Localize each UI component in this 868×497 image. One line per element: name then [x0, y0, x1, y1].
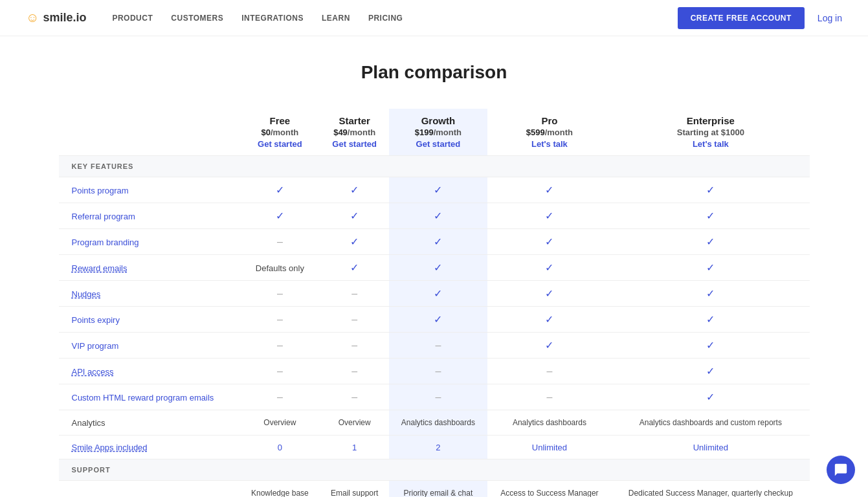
plan-cta[interactable]: Get started: [332, 139, 377, 149]
nav-learn[interactable]: LEARN: [322, 14, 350, 23]
feature-name: Custom HTML reward program emails: [72, 393, 214, 403]
checkmark: ✓: [434, 236, 442, 247]
value-cell: ✓: [612, 281, 809, 307]
plan-name: Starter: [328, 115, 381, 126]
logo-text: smile.io: [43, 11, 86, 25]
plan-name: Growth: [397, 115, 480, 126]
feature-cell: Program branding: [59, 229, 240, 255]
feature-name: Referral program: [72, 212, 135, 221]
section-label: KEY FEATURES: [59, 156, 810, 177]
cell-value: Overview: [263, 418, 296, 427]
login-link[interactable]: Log in: [818, 13, 842, 23]
feature-cell: Referral program: [59, 203, 240, 229]
nav-pricing[interactable]: PRICING: [368, 14, 403, 23]
feature-name: VIP program: [72, 341, 119, 351]
chat-bubble[interactable]: [827, 456, 855, 484]
dash: –: [277, 392, 283, 403]
value-cell: ✓: [389, 281, 487, 307]
plan-header-row: Free $0/month Get started Starter $49/mo…: [59, 109, 810, 156]
plan-cta[interactable]: Get started: [258, 139, 302, 149]
table-row: Points program✓✓✓✓✓: [59, 177, 810, 203]
value-cell: Email support: [320, 480, 389, 497]
cell-value: Unlimited: [693, 443, 728, 452]
value-cell: 2: [389, 435, 487, 459]
nav-product[interactable]: PRODUCT: [112, 14, 153, 23]
value-cell: –: [240, 307, 320, 333]
value-cell: Access to Success Manager: [487, 480, 612, 497]
value-cell: ✓: [612, 203, 809, 229]
cell-value: 0: [278, 443, 282, 452]
cell-value: Priority email & chat: [404, 489, 473, 497]
chat-icon: [834, 463, 848, 477]
checkmark: ✓: [545, 262, 553, 273]
table-row: Reward emailsDefaults only✓✓✓✓: [59, 255, 810, 281]
checkmark: ✓: [706, 210, 715, 221]
plan-header-pro: Pro $599/month Let's talk: [487, 109, 612, 156]
table-row: AnalyticsOverviewOverviewAnalytics dashb…: [59, 410, 810, 436]
dash: –: [351, 392, 357, 403]
feature-cell[interactable]: Reward emails: [59, 255, 240, 281]
checkmark: ✓: [350, 236, 359, 247]
plan-header-enterprise: Enterprise Starting at $1000 Let's talk: [612, 109, 809, 156]
checkmark: ✓: [276, 184, 284, 195]
dash: –: [351, 340, 357, 351]
value-cell: ✓: [487, 177, 612, 203]
create-account-button[interactable]: CREATE FREE ACCOUNT: [678, 7, 805, 29]
checkmark: ✓: [545, 340, 553, 351]
feature-cell: Custom HTML reward program emails: [59, 384, 240, 410]
value-cell: –: [487, 359, 612, 384]
plan-cta[interactable]: Get started: [416, 139, 461, 149]
value-cell: –: [320, 281, 389, 307]
feature-cell[interactable]: Nudges: [59, 281, 240, 307]
cell-value: 2: [436, 443, 440, 452]
value-cell: Unlimited: [612, 435, 809, 459]
feature-name: Smile Apps included: [72, 443, 148, 452]
value-cell: Dedicated Success Manager, quarterly che…: [612, 480, 809, 497]
feature-name: Analytics: [72, 418, 106, 428]
dash: –: [351, 366, 357, 377]
checkmark: ✓: [545, 314, 553, 325]
main-content: Plan comparison Free $0/month Get starte…: [46, 36, 823, 497]
value-cell: Priority email & chat: [389, 480, 487, 497]
cell-value: Unlimited: [532, 443, 567, 452]
value-cell: ✓: [320, 177, 389, 203]
logo[interactable]: ☺ smile.io: [26, 10, 86, 25]
plan-cta[interactable]: Let's talk: [693, 139, 729, 149]
value-cell: ✓: [487, 255, 612, 281]
plan-header-free: Free $0/month Get started: [240, 109, 320, 156]
section-header-1: SUPPORT: [59, 459, 810, 480]
nav-customers[interactable]: CUSTOMERS: [171, 14, 223, 23]
value-cell: ✓: [612, 229, 809, 255]
value-cell: –: [389, 384, 487, 410]
checkmark: ✓: [545, 236, 553, 247]
value-cell: –: [320, 333, 389, 359]
page-title: Plan comparison: [59, 62, 810, 83]
value-cell: –: [487, 384, 612, 410]
value-cell: 1: [320, 435, 389, 459]
dash: –: [546, 366, 552, 377]
cell-value: Analytics dashboards: [401, 418, 475, 427]
dash: –: [277, 288, 283, 299]
table-row: Nudges––✓✓✓: [59, 281, 810, 307]
nav-integrations[interactable]: INTEGRATIONS: [241, 14, 304, 23]
value-cell: –: [240, 333, 320, 359]
value-cell: Knowledge base: [240, 480, 320, 497]
feature-cell: Points program: [59, 177, 240, 203]
value-cell: Defaults only: [240, 255, 320, 281]
section-label: SUPPORT: [59, 459, 810, 480]
value-cell: ✓: [320, 203, 389, 229]
value-cell: –: [320, 384, 389, 410]
checkmark: ✓: [706, 366, 715, 377]
checkmark: ✓: [434, 288, 442, 299]
checkmark: ✓: [350, 262, 359, 273]
value-cell: –: [389, 359, 487, 384]
plan-cta[interactable]: Let's talk: [531, 139, 568, 149]
value-cell: ✓: [240, 203, 320, 229]
table-row: Program branding–✓✓✓✓: [59, 229, 810, 255]
dash: –: [277, 366, 283, 377]
plan-price: Starting at $1000: [619, 127, 801, 137]
table-row: Referral program✓✓✓✓✓: [59, 203, 810, 229]
feature-cell[interactable]: API access: [59, 359, 240, 384]
feature-cell[interactable]: Smile Apps included: [59, 435, 240, 459]
feature-cell: VIP program: [59, 333, 240, 359]
